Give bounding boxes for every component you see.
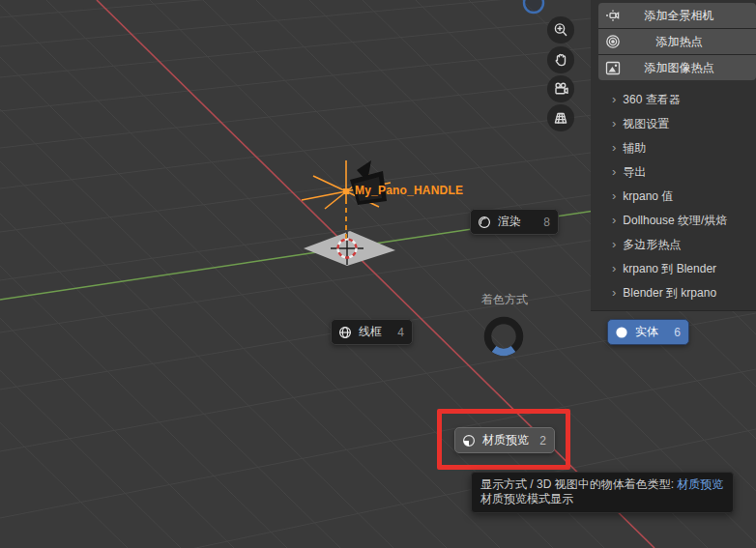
- panel-export[interactable]: › 导出: [591, 160, 756, 185]
- pie-item-solid[interactable]: 实体 6: [607, 319, 689, 345]
- sidebar-section-list: › 360 查看器 › 视图设置 › 辅助 › 导出 › krpano 值 › …: [591, 88, 756, 305]
- chevron-right-icon: ›: [612, 237, 616, 251]
- navigation-gizmo-circle[interactable]: [524, 0, 543, 13]
- tooltip-line1: 显示方式 / 3D 视图中的物体着色类型: 材质预览: [480, 477, 723, 492]
- add-panorama-camera-button[interactable]: 添加全景相机: [598, 3, 756, 29]
- add-hotspot-button[interactable]: 添加热点: [598, 29, 756, 55]
- tooltip: 显示方式 / 3D 视图中的物体着色类型: 材质预览 材质预览模式显示: [471, 472, 734, 513]
- zoom-in-button[interactable]: [547, 16, 574, 43]
- movie-camera-icon: [553, 81, 569, 98]
- chevron-right-icon: ›: [612, 261, 616, 275]
- panel-assist[interactable]: › 辅助: [591, 136, 756, 160]
- krpano-sidebar-panel: 添加全景相机 添加热点 添加图像热点 › 360 查: [591, 0, 756, 311]
- camera-object[interactable]: [350, 160, 387, 205]
- pie-item-wireframe[interactable]: 线框 4: [331, 319, 413, 345]
- camera-view-button[interactable]: [547, 75, 574, 102]
- rendered-shading-icon: [478, 216, 491, 229]
- panel-blender-to-krpano[interactable]: › Blender 到 krpano: [591, 281, 756, 305]
- image-hotspot-icon: [598, 61, 627, 75]
- chevron-right-icon: ›: [612, 92, 616, 106]
- pan-view-button[interactable]: [547, 46, 574, 73]
- panel-view-settings[interactable]: › 视图设置: [591, 112, 756, 136]
- chevron-right-icon: ›: [612, 140, 616, 155]
- panorama-camera-icon: [598, 9, 627, 22]
- solid-shading-icon: [615, 326, 628, 339]
- panel-krpano-to-blender[interactable]: › krpano 到 Blender: [591, 257, 756, 281]
- chevron-right-icon: ›: [612, 285, 616, 300]
- chevron-right-icon: ›: [612, 116, 616, 130]
- blender-window: My_Pano_HANDLE: [0, 0, 756, 548]
- object-name-label: My_Pano_HANDLE: [355, 184, 463, 197]
- tooltip-value: 材质预览: [677, 477, 723, 491]
- hotspot-icon: [598, 34, 627, 49]
- panel-krpano-values[interactable]: › krpano 值: [591, 185, 756, 209]
- pie-item-rendered[interactable]: 渲染 8: [470, 209, 559, 235]
- add-image-hotspot-button[interactable]: 添加图像热点: [598, 55, 756, 80]
- chevron-right-icon: ›: [612, 164, 616, 179]
- ortho-grid-button[interactable]: [547, 104, 574, 131]
- wireframe-shading-icon: [338, 326, 352, 339]
- panel-polygon-hotspot[interactable]: › 多边形热点: [591, 233, 756, 257]
- chevron-right-icon: ›: [612, 213, 616, 227]
- zoom-in-icon: [553, 22, 568, 38]
- panel-dollhouse-bake[interactable]: › Dollhouse 纹理/烘焙: [591, 209, 756, 233]
- chevron-right-icon: ›: [612, 188, 616, 203]
- pie-menu-title: 着色方式: [481, 292, 528, 308]
- panel-360-viewer[interactable]: › 360 查看器: [591, 88, 756, 112]
- hand-icon: [553, 52, 568, 68]
- tooltip-line2: 材质预览模式显示: [480, 492, 723, 506]
- perspective-grid-icon: [553, 110, 568, 126]
- annotation-highlight-box: [437, 409, 570, 470]
